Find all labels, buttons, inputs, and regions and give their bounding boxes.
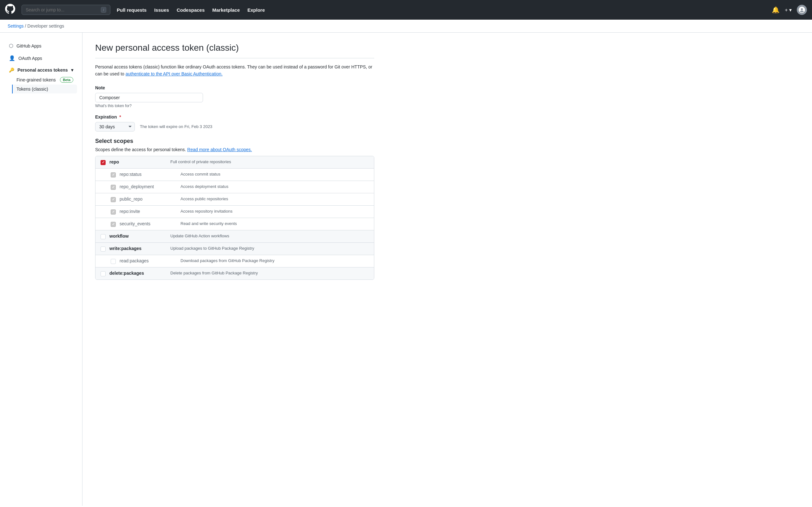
- description: Personal access tokens (classic) functio…: [95, 63, 374, 78]
- nav-links: Pull requests Issues Codespaces Marketpl…: [117, 7, 265, 13]
- scope-row-repo: repo Full control of private repositorie…: [96, 156, 374, 169]
- scope-name-repo: repo: [109, 159, 166, 164]
- checkbox-public-repo[interactable]: [111, 197, 116, 202]
- main-content: New personal access token (classic) Pers…: [83, 33, 387, 506]
- nav-right: 🔔 + ▾: [772, 5, 807, 15]
- checkbox-repo-invite[interactable]: [111, 210, 116, 215]
- scope-row-security-events: security_events Read and write security …: [96, 218, 374, 230]
- search-input[interactable]: [26, 7, 98, 12]
- scopes-title: Select scopes: [95, 138, 374, 145]
- scope-name-read-packages: read:packages: [119, 258, 177, 263]
- nav-explore[interactable]: Explore: [247, 7, 265, 13]
- scope-row-write-packages: write:packages Upload packages to GitHub…: [96, 243, 374, 255]
- expiration-row: 30 days 60 days 90 days Custom No expira…: [95, 122, 374, 131]
- scope-row-repo-invite: repo:invite Access repository invitation…: [96, 206, 374, 218]
- checkbox-workflow[interactable]: [101, 234, 106, 239]
- scope-name-workflow: workflow: [109, 233, 166, 239]
- checkbox-write-packages[interactable]: [101, 246, 106, 251]
- scope-row-repo-status: repo:status Access commit status: [96, 169, 374, 181]
- nav-marketplace[interactable]: Marketplace: [212, 7, 240, 13]
- new-item-button[interactable]: + ▾: [785, 7, 792, 13]
- scope-row-read-packages: read:packages Download packages from Git…: [96, 255, 374, 268]
- scope-name-security-events: security_events: [119, 221, 177, 226]
- breadcrumb-settings[interactable]: Settings: [8, 23, 24, 29]
- tokens-classic-label: Tokens (classic): [16, 87, 48, 92]
- scope-row-workflow: workflow Update GitHub Action workflows: [96, 230, 374, 243]
- scope-desc-write-packages: Upload packages to GitHub Package Regist…: [170, 246, 369, 250]
- sidebar-section-github-apps: ⬡ GitHub Apps: [5, 40, 77, 51]
- breadcrumb-current: Developer settings: [27, 23, 64, 29]
- nav-pull-requests[interactable]: Pull requests: [117, 7, 147, 13]
- sidebar-item-oauth-apps[interactable]: 👤 OAuth Apps: [5, 53, 77, 64]
- github-logo[interactable]: [5, 4, 15, 16]
- slash-key: /: [101, 7, 106, 13]
- checkbox-read-packages[interactable]: [111, 259, 116, 264]
- checkbox-repo[interactable]: [101, 160, 106, 165]
- note-label: Note: [95, 85, 374, 90]
- description-link[interactable]: authenticate to the API over Basic Authe…: [125, 71, 223, 76]
- beta-badge: Beta: [60, 77, 73, 83]
- scope-desc-public-repo: Access public repositories: [181, 196, 369, 201]
- sidebar: ⬡ GitHub Apps 👤 OAuth Apps 🔑 Personal ac…: [0, 33, 83, 506]
- scopes-link[interactable]: Read more about OAuth scopes.: [187, 147, 252, 152]
- scope-desc-repo-invite: Access repository invitations: [181, 209, 369, 214]
- page-title: New personal access token (classic): [95, 43, 374, 58]
- checkbox-security-events[interactable]: [111, 222, 116, 227]
- nav-bar: / Pull requests Issues Codespaces Market…: [0, 0, 812, 20]
- breadcrumb: Settings / Developer settings: [0, 20, 812, 33]
- required-star: *: [119, 114, 121, 119]
- notifications-icon[interactable]: 🔔: [772, 6, 780, 14]
- oauth-apps-icon: 👤: [9, 55, 15, 61]
- page-layout: ⬡ GitHub Apps 👤 OAuth Apps 🔑 Personal ac…: [0, 33, 812, 506]
- nav-codespaces[interactable]: Codespaces: [177, 7, 205, 13]
- checkbox-repo-deployment[interactable]: [111, 185, 116, 190]
- avatar[interactable]: [797, 5, 807, 15]
- expiration-label: Expiration *: [95, 114, 374, 119]
- sidebar-item-fine-grained[interactable]: Fine-grained tokens Beta: [13, 75, 77, 84]
- scope-desc-read-packages: Download packages from GitHub Package Re…: [181, 258, 369, 263]
- note-group: Note What's this token for?: [95, 85, 374, 108]
- scopes-group: Select scopes Scopes define the access f…: [95, 138, 374, 280]
- sidebar-item-label-oauth-apps: OAuth Apps: [18, 56, 42, 61]
- chevron-down-icon: ▾: [71, 67, 73, 72]
- search-bar[interactable]: /: [21, 5, 110, 15]
- fine-grained-label: Fine-grained tokens: [16, 77, 56, 82]
- sidebar-section-pat: 🔑 Personal access tokens ▾ Fine-grained …: [5, 65, 77, 94]
- scope-row-repo-deployment: repo_deployment Access deployment status: [96, 181, 374, 193]
- github-apps-icon: ⬡: [9, 43, 13, 49]
- scope-name-repo-invite: repo:invite: [119, 209, 177, 214]
- pat-icon: 🔑: [9, 67, 14, 72]
- sidebar-pat-label: Personal access tokens: [17, 67, 68, 72]
- sidebar-item-tokens-classic[interactable]: Tokens (classic): [12, 84, 77, 94]
- scope-name-public-repo: public_repo: [119, 196, 177, 202]
- sidebar-section-oauth-apps: 👤 OAuth Apps: [5, 53, 77, 64]
- note-hint: What's this token for?: [95, 104, 374, 108]
- expiration-group: Expiration * 30 days 60 days 90 days Cus…: [95, 114, 374, 131]
- scopes-hint: Scopes define the access for personal to…: [95, 147, 374, 152]
- scope-desc-security-events: Read and write security events: [181, 221, 369, 226]
- sidebar-item-github-apps[interactable]: ⬡ GitHub Apps: [5, 40, 77, 51]
- checkbox-repo-status[interactable]: [111, 172, 116, 177]
- scope-name-delete-packages: delete:packages: [109, 271, 166, 276]
- sidebar-pat-header[interactable]: 🔑 Personal access tokens ▾: [5, 65, 77, 75]
- scope-name-write-packages: write:packages: [109, 246, 166, 251]
- scopes-table: repo Full control of private repositorie…: [95, 156, 374, 280]
- sidebar-item-label-github-apps: GitHub Apps: [16, 43, 42, 49]
- scope-desc-repo-status: Access commit status: [181, 172, 369, 176]
- checkbox-delete-packages[interactable]: [101, 271, 106, 276]
- expiration-select[interactable]: 30 days 60 days 90 days Custom No expira…: [95, 122, 135, 131]
- scope-name-repo-deployment: repo_deployment: [119, 184, 177, 189]
- scope-desc-workflow: Update GitHub Action workflows: [170, 233, 369, 238]
- expiration-note: The token will expire on Fri, Feb 3 2023: [140, 124, 212, 129]
- scope-row-public-repo: public_repo Access public repositories: [96, 193, 374, 206]
- scope-desc-repo-deployment: Access deployment status: [181, 184, 369, 189]
- note-input[interactable]: [95, 93, 203, 102]
- sidebar-sub-items: Fine-grained tokens Beta Tokens (classic…: [5, 75, 77, 94]
- scope-row-delete-packages: delete:packages Delete packages from Git…: [96, 268, 374, 279]
- scope-desc-delete-packages: Delete packages from GitHub Package Regi…: [170, 271, 369, 275]
- nav-issues[interactable]: Issues: [154, 7, 169, 13]
- scope-desc-repo: Full control of private repositories: [170, 159, 369, 164]
- scope-name-repo-status: repo:status: [119, 172, 177, 177]
